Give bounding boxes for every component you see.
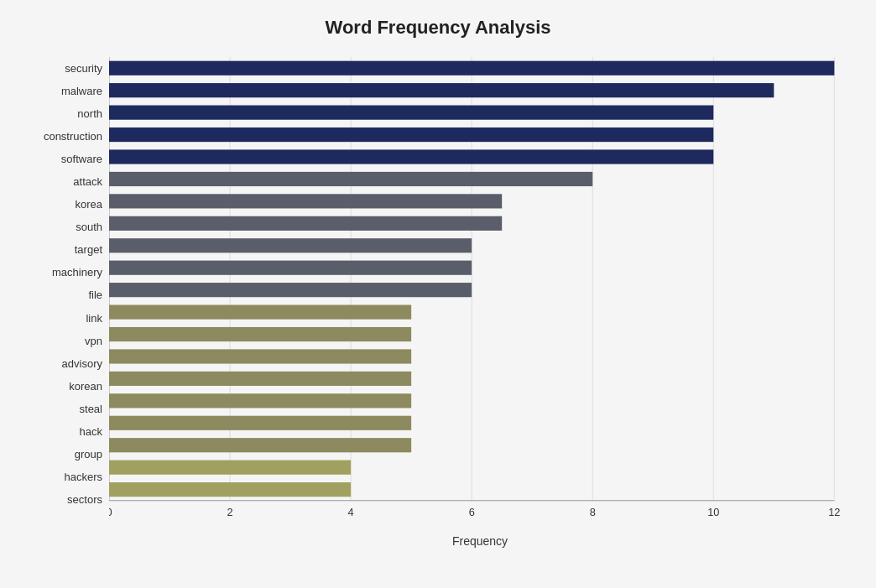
y-label-sectors: sectors bbox=[67, 494, 102, 505]
svg-text:10: 10 bbox=[707, 506, 719, 518]
bar-vpn bbox=[109, 327, 411, 341]
bar-advisory bbox=[109, 349, 411, 363]
chart-svg-area: 024681012 Frequency bbox=[109, 54, 851, 526]
svg-text:6: 6 bbox=[469, 506, 475, 518]
y-label-target: target bbox=[75, 244, 102, 255]
bar-north bbox=[109, 106, 713, 120]
bar-security bbox=[109, 61, 834, 75]
bar-korean bbox=[109, 372, 411, 386]
bar-construction bbox=[109, 127, 713, 142]
bar-file bbox=[109, 283, 472, 297]
x-axis-title: Frequency bbox=[109, 534, 851, 548]
bar-link bbox=[109, 304, 411, 319]
y-label-file: file bbox=[88, 289, 102, 300]
bar-malware bbox=[109, 83, 774, 97]
chart-title: Word Frequency Analysis bbox=[25, 17, 851, 39]
y-label-korean: korean bbox=[69, 381, 102, 392]
bar-target bbox=[109, 238, 472, 252]
y-axis: securitymalwarenorthconstructionsoftware… bbox=[25, 54, 109, 526]
svg-text:12: 12 bbox=[828, 506, 840, 518]
chart-container: Word Frequency Analysis securitymalwaren… bbox=[0, 0, 876, 588]
y-label-construction: construction bbox=[44, 131, 102, 142]
y-label-attack: attack bbox=[73, 176, 102, 187]
bar-machinery bbox=[109, 261, 472, 275]
bar-hackers bbox=[109, 461, 351, 475]
bar-sectors bbox=[109, 482, 351, 497]
bar-attack bbox=[109, 172, 592, 186]
bar-software bbox=[109, 149, 713, 164]
svg-text:8: 8 bbox=[590, 506, 596, 518]
y-label-hack: hack bbox=[80, 426, 102, 437]
y-label-malware: malware bbox=[61, 86, 102, 96]
bar-korea bbox=[109, 194, 502, 208]
svg-text:4: 4 bbox=[348, 506, 354, 518]
y-label-group: group bbox=[75, 449, 102, 460]
y-label-hackers: hackers bbox=[64, 471, 102, 482]
svg-text:2: 2 bbox=[227, 506, 233, 518]
bar-group bbox=[109, 438, 411, 452]
y-label-security: security bbox=[65, 63, 102, 74]
bar-hack bbox=[109, 416, 411, 430]
svg-text:0: 0 bbox=[109, 506, 112, 518]
y-label-korea: korea bbox=[75, 199, 102, 210]
y-label-north: north bbox=[77, 108, 102, 119]
y-label-south: south bbox=[76, 221, 102, 232]
y-label-software: software bbox=[61, 154, 102, 164]
bar-steal bbox=[109, 393, 411, 408]
y-label-machinery: machinery bbox=[52, 267, 102, 278]
y-label-link: link bbox=[86, 313, 102, 324]
bar-south bbox=[109, 216, 502, 231]
y-label-steal: steal bbox=[80, 403, 102, 414]
y-label-vpn: vpn bbox=[85, 336, 102, 346]
y-label-advisory: advisory bbox=[62, 358, 102, 369]
